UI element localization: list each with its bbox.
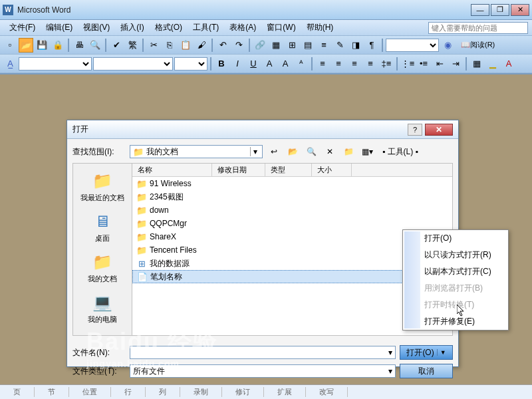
increase-indent-icon[interactable]: ⇥: [448, 57, 463, 71]
dialog-help-button[interactable]: ?: [408, 124, 422, 136]
places-bar: 📁 我最近的文档 🖥 桌面 📁 我的文档 💻 我的电脑: [72, 163, 132, 336]
menu-help[interactable]: 帮助(H): [301, 21, 339, 35]
dialog-titlebar[interactable]: 打开 ? ✕: [67, 120, 458, 139]
menu-window[interactable]: 窗口(W): [261, 21, 301, 35]
permission-icon[interactable]: 🔒: [51, 38, 65, 53]
lookin-combo[interactable]: 📁 我的文档 ▾: [130, 145, 263, 158]
char-scale-icon[interactable]: ᴬ: [294, 57, 309, 71]
doc-map-icon[interactable]: ◨: [348, 38, 363, 53]
insert-table-icon[interactable]: ⊞: [285, 38, 299, 53]
maximize-button[interactable]: ❐: [491, 4, 509, 16]
size-combo[interactable]: [174, 57, 207, 70]
file-row[interactable]: 📁91 Wireless: [132, 177, 452, 190]
undo-icon[interactable]: ↶: [215, 38, 230, 53]
ctx-item-0[interactable]: 打开(O): [403, 230, 508, 247]
align-left-icon[interactable]: ≡: [315, 57, 330, 71]
search-web-icon[interactable]: 🔍: [304, 144, 319, 159]
redo-icon[interactable]: ↷: [231, 38, 246, 53]
print-icon[interactable]: 🖶: [72, 38, 86, 53]
help-search-input[interactable]: [428, 22, 528, 34]
new-folder-icon[interactable]: 📁: [341, 144, 356, 159]
col-date[interactable]: 修改日期: [212, 164, 265, 176]
decrease-indent-icon[interactable]: ⇤: [432, 57, 447, 71]
paste-icon[interactable]: 📋: [178, 38, 193, 53]
status-position: 位置: [69, 387, 111, 397]
col-type[interactable]: 类型: [265, 164, 312, 176]
spellcheck-icon[interactable]: ✔: [109, 38, 124, 53]
status-revise: 修订: [222, 387, 264, 397]
menu-tools[interactable]: 工具(T): [188, 21, 224, 35]
delete-icon[interactable]: ✕: [323, 144, 337, 159]
ctx-item-2[interactable]: 以副本方式打开(C): [403, 263, 508, 280]
bold-icon[interactable]: B: [214, 57, 229, 71]
open-icon[interactable]: 📂: [19, 38, 33, 53]
zoom-combo[interactable]: [386, 39, 439, 52]
tables-borders-icon[interactable]: ▦: [269, 38, 283, 53]
dialog-close-button[interactable]: ✕: [425, 124, 453, 136]
style-combo[interactable]: [19, 57, 92, 70]
file-row[interactable]: 📁down: [132, 203, 452, 217]
file-row[interactable]: 📁QQPCMgr: [132, 217, 452, 230]
menu-format[interactable]: 格式(O): [150, 21, 188, 35]
underline-icon[interactable]: U: [246, 57, 261, 71]
place-desktop[interactable]: 🖥 桌面: [76, 208, 129, 246]
separator: [311, 57, 313, 70]
help-icon[interactable]: ◉: [440, 38, 455, 53]
col-name[interactable]: 名称: [132, 164, 212, 176]
line-spacing-icon[interactable]: ‡≡: [379, 57, 394, 71]
menu-edit[interactable]: 编辑(E): [41, 21, 78, 35]
chevron-down-icon[interactable]: ▾: [388, 348, 392, 357]
folder-icon: 📁: [136, 245, 147, 255]
columns-icon[interactable]: ≡: [317, 38, 331, 53]
tools-dropdown[interactable]: ▪ 工具(L) ▪: [378, 144, 422, 159]
font-color-icon[interactable]: A: [501, 57, 516, 71]
open-split-icon[interactable]: ▼: [437, 349, 446, 356]
copy-icon[interactable]: ⎘: [162, 38, 177, 53]
italic-icon[interactable]: I: [230, 57, 245, 71]
styles-icon[interactable]: A̲: [3, 57, 17, 71]
filename-combo[interactable]: ▾: [130, 346, 396, 359]
chevron-down-icon[interactable]: ▾: [388, 366, 392, 376]
format-painter-icon[interactable]: 🖌: [194, 38, 209, 53]
save-icon[interactable]: 💾: [35, 38, 49, 53]
open-button[interactable]: 打开(O) ▼: [400, 345, 453, 360]
char-border-icon[interactable]: A: [262, 57, 277, 71]
char-shading-icon[interactable]: A: [278, 57, 293, 71]
close-window-button[interactable]: ✕: [511, 4, 529, 16]
up-folder-icon[interactable]: 📂: [285, 144, 300, 159]
research-icon[interactable]: 繁: [125, 38, 140, 53]
align-center-icon[interactable]: ≡: [331, 57, 346, 71]
highlight-icon[interactable]: ▁: [485, 57, 500, 71]
menu-table[interactable]: 表格(A): [224, 21, 261, 35]
align-justify-icon[interactable]: ≡: [363, 57, 378, 71]
menu-view[interactable]: 视图(V): [78, 21, 115, 35]
drawing-icon[interactable]: ✎: [332, 38, 347, 53]
place-mydocs[interactable]: 📁 我的文档: [76, 249, 129, 287]
place-recent[interactable]: 📁 我最近的文档: [76, 168, 129, 205]
read-mode-button[interactable]: 📖 阅读(R): [456, 38, 499, 53]
chevron-down-icon[interactable]: ▾: [250, 147, 259, 156]
menu-insert[interactable]: 插入(I): [115, 21, 149, 35]
ctx-item-1[interactable]: 以只读方式打开(R): [403, 247, 508, 263]
minimize-button[interactable]: —: [471, 4, 489, 16]
numbering-icon[interactable]: ⋮≡: [400, 57, 415, 71]
font-combo[interactable]: [93, 57, 173, 70]
hyperlink-icon[interactable]: 🔗: [253, 38, 267, 53]
back-icon[interactable]: ↩: [267, 144, 281, 159]
ctx-item-5[interactable]: 打开并修复(E): [403, 313, 508, 330]
print-preview-icon[interactable]: 🔍: [88, 38, 102, 53]
filetype-combo[interactable]: 所有文件 ▾: [130, 364, 396, 378]
cut-icon[interactable]: ✂: [146, 38, 161, 53]
cancel-button[interactable]: 取消: [400, 364, 453, 378]
show-marks-icon[interactable]: ¶: [364, 38, 379, 53]
new-doc-icon[interactable]: ▫: [3, 38, 17, 53]
bullets-icon[interactable]: •≡: [416, 57, 431, 71]
borders-icon[interactable]: ▦: [469, 57, 484, 71]
file-row[interactable]: 📁2345截图: [132, 190, 452, 203]
excel-icon[interactable]: ▤: [301, 38, 315, 53]
menu-file[interactable]: 文件(F): [4, 21, 41, 35]
place-computer[interactable]: 💻 我的电脑: [76, 289, 129, 327]
align-right-icon[interactable]: ≡: [347, 57, 362, 71]
col-size[interactable]: 大小: [312, 164, 352, 176]
views-icon[interactable]: ▦▾: [360, 144, 374, 159]
